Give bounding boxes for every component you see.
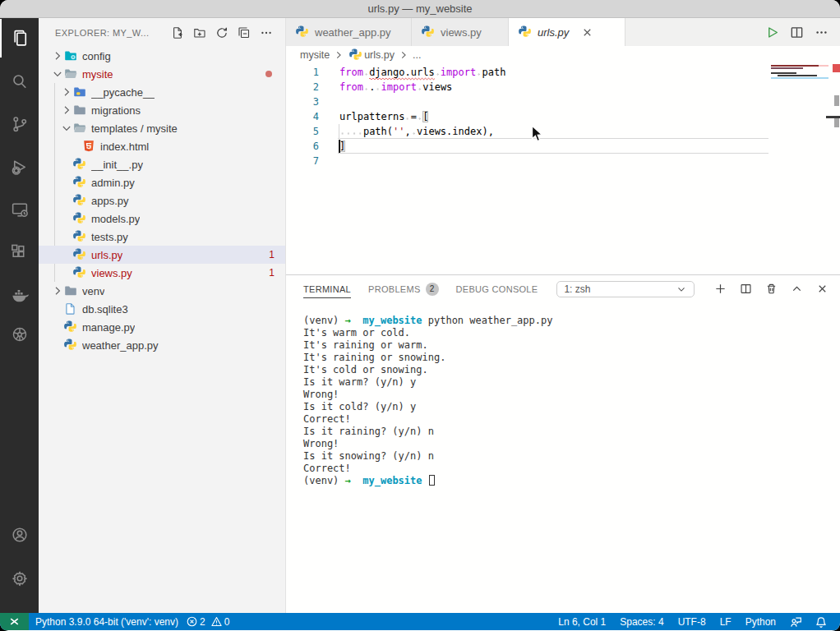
tree-item-tests.py[interactable]: tests.py: [39, 228, 285, 246]
search-icon: [10, 71, 30, 91]
split-terminal-button[interactable]: [740, 283, 752, 295]
panel-tab-problems[interactable]: PROBLEMS2: [368, 275, 439, 302]
collapse-all-button[interactable]: [237, 25, 252, 40]
problems-status[interactable]: 2 0: [187, 616, 229, 628]
activity-settings[interactable]: [0, 559, 39, 597]
status-indentation[interactable]: Spaces: 4: [620, 616, 663, 628]
python-icon: [73, 212, 86, 225]
problem-dot-badge: [265, 71, 272, 77]
breadcrumb-item[interactable]: mysite: [300, 49, 330, 61]
python-icon: [73, 158, 86, 171]
editor-caret: [339, 140, 340, 153]
close-tab-button[interactable]: [580, 25, 593, 39]
terminal[interactable]: (venv) → my_website python weather_app.p…: [303, 315, 832, 610]
minimap-code-line: [778, 75, 817, 76]
python-icon: [73, 230, 86, 243]
python-icon: [64, 339, 77, 352]
status-notifications-button[interactable]: [815, 616, 827, 628]
code-editor[interactable]: 1from django.urls import path2from . imp…: [286, 64, 840, 292]
breadcrumb-item[interactable]: urls.py: [364, 49, 395, 61]
status-language-mode[interactable]: Python: [745, 616, 776, 628]
tree-item-config[interactable]: config: [39, 47, 285, 65]
tab-views.py[interactable]: views.py: [412, 18, 509, 46]
tree-item-admin.py[interactable]: admin.py: [39, 173, 285, 191]
tree-item-index.html[interactable]: index.html: [39, 137, 285, 155]
run-button[interactable]: [765, 25, 779, 39]
activity-explorer[interactable]: [0, 19, 39, 58]
tree-item-urls.py[interactable]: urls.py1: [39, 246, 285, 264]
title-bar[interactable]: urls.py — my_website: [0, 0, 840, 18]
sidebar-title: EXPLORER: MY_W...: [55, 28, 149, 38]
panel-tab-terminal[interactable]: TERMINAL: [303, 275, 351, 302]
split-terminal-icon: [740, 283, 752, 295]
tree-item-migrations[interactable]: migrations: [39, 101, 285, 119]
breadcrumb-item[interactable]: ...: [413, 49, 421, 61]
split-editor-button[interactable]: [790, 25, 804, 39]
tree-item-models.py[interactable]: models.py: [39, 210, 285, 228]
more-actions-button[interactable]: [259, 25, 274, 40]
activity-docker[interactable]: [0, 275, 39, 314]
terminal-cursor: [429, 475, 435, 486]
ellipsis-icon: [815, 25, 828, 39]
window-title: urls.py — my_website: [367, 2, 472, 15]
activity-account[interactable]: [0, 515, 39, 554]
tree-item-db.sqlite3[interactable]: db.sqlite3: [39, 300, 285, 318]
plus-icon: [714, 283, 727, 295]
breadcrumbs: mysiteurls.py...: [286, 46, 840, 64]
activity-run-debug[interactable]: [0, 147, 39, 186]
tree-item-templates-mysite[interactable]: templates / mysite: [39, 119, 285, 137]
new-folder-button[interactable]: [192, 25, 207, 40]
editor-indent-guide: [339, 124, 339, 139]
terminal-select[interactable]: 1: zsh: [556, 281, 695, 297]
new-folder-icon: [193, 26, 206, 39]
close-icon: [816, 283, 828, 295]
remote-icon: [8, 615, 21, 628]
new-file-button[interactable]: [170, 25, 185, 40]
chevron-down-icon: [676, 283, 687, 295]
status-encoding[interactable]: UTF-8: [678, 616, 706, 628]
tree-item-weather_app.py[interactable]: weather_app.py: [39, 336, 285, 354]
status-bar: Python 3.9.0 64-bit ('venv': venv) 2 0 L…: [0, 613, 840, 630]
folder-config-icon: [64, 49, 77, 62]
problem-badge: 1: [269, 249, 275, 260]
kill-terminal-button[interactable]: [765, 283, 778, 295]
tree-item-apps.py[interactable]: apps.py: [39, 191, 285, 210]
tree-item-views.py[interactable]: views.py1: [39, 264, 285, 282]
activity-search[interactable]: [0, 62, 39, 100]
more-actions-button[interactable]: [815, 25, 828, 39]
minimap[interactable]: [771, 64, 831, 292]
tree-item-__init__.py[interactable]: __init__.py: [39, 155, 285, 173]
close-panel-button[interactable]: [816, 283, 828, 295]
tree-item-__pycache__[interactable]: __pycache__: [39, 83, 285, 101]
status-eol[interactable]: LF: [720, 616, 732, 628]
panel-tab-debug-console[interactable]: DEBUG CONSOLE: [456, 275, 538, 302]
terminal-line: Wrong!: [303, 389, 832, 401]
remote-explorer-icon: [10, 200, 30, 219]
line-number: 5: [286, 124, 319, 139]
activity-bar: [0, 18, 39, 613]
line-number: 1: [286, 65, 319, 80]
remote-indicator[interactable]: [0, 613, 29, 630]
terminal-select-value: 1: zsh: [564, 283, 590, 295]
python-interpreter[interactable]: Python 3.9.0 64-bit ('venv': venv): [35, 616, 178, 628]
status-feedback-button[interactable]: [790, 616, 801, 628]
trash-icon: [765, 283, 778, 295]
activity-kubernetes[interactable]: [0, 315, 39, 353]
tree-item-venv[interactable]: venv: [39, 282, 285, 300]
bell-icon: [815, 616, 827, 628]
activity-extensions[interactable]: [0, 233, 39, 271]
terminal-line: Correct!: [303, 463, 832, 475]
code-line-6: 6]: [286, 139, 840, 154]
error-count: 2: [200, 616, 205, 628]
refresh-button[interactable]: [215, 25, 229, 40]
activity-remote-explorer[interactable]: [0, 190, 39, 228]
status-cursor-position[interactable]: Ln 6, Col 1: [558, 616, 606, 628]
tab-urls.py[interactable]: urls.py: [509, 18, 625, 46]
tree-item-manage.py[interactable]: manage.py: [39, 318, 285, 336]
activity-source-control[interactable]: [0, 104, 39, 143]
new-terminal-button[interactable]: [714, 283, 727, 295]
tab-weather_app.py[interactable]: weather_app.py: [286, 18, 412, 46]
chevron-right-icon: [51, 284, 64, 297]
tree-item-mysite[interactable]: mysite: [39, 65, 285, 83]
maximize-panel-button[interactable]: [791, 283, 803, 295]
